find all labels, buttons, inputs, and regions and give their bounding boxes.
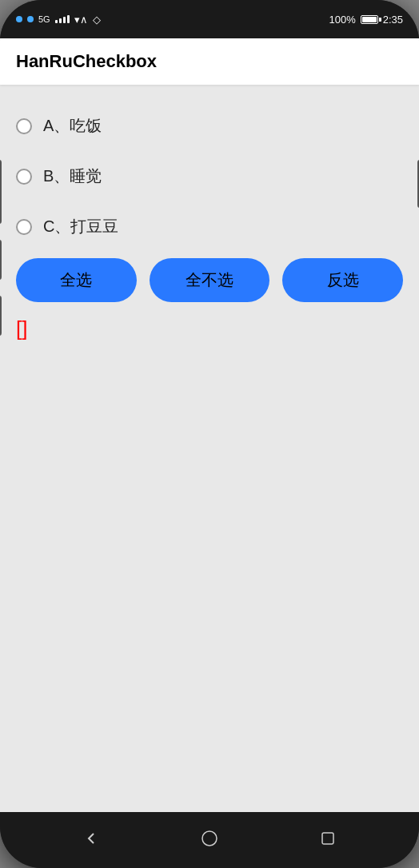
nfc-icon: ◇ [93,14,101,26]
volume-down-button[interactable] [0,240,2,280]
battery-icon [361,15,378,24]
status-left-icons: 5G ▾∧ ◇ [16,14,101,26]
notification-dot-2 [27,16,34,22]
recent-icon [318,829,337,848]
time-display: 2:35 [383,14,403,26]
home-button[interactable] [187,822,232,858]
home-icon [200,829,219,848]
signal-type-label: 5G [38,14,50,24]
buttons-row: 全选 全不选 反选 [16,258,403,302]
result-display: [ ] [16,318,403,339]
content-area: A、吃饭 B、睡觉 C、打豆豆 全选 全不选 反选 [ ] [0,85,419,812]
deselect-all-button[interactable]: 全不选 [150,258,270,302]
back-button[interactable] [69,822,114,858]
select-all-button[interactable]: 全选 [16,258,137,302]
result-open-bracket: [ [16,318,22,339]
checkbox-b-label: B、睡觉 [43,165,102,187]
checkbox-c-label: C、打豆豆 [43,216,118,237]
invert-button[interactable]: 反选 [282,258,403,302]
checkbox-item-b[interactable]: B、睡觉 [16,151,403,201]
svg-rect-1 [322,833,333,844]
volume-up-button[interactable] [0,160,2,224]
checkbox-item-a[interactable]: A、吃饭 [16,101,403,151]
app-screen: HanRuCheckbox A、吃饭 B、睡觉 C、打豆豆 全选 全不选 [0,38,419,812]
silent-button[interactable] [0,296,2,336]
wifi-icon: ▾∧ [74,14,88,26]
result-close-bracket: ] [22,318,27,339]
recent-apps-button[interactable] [305,822,350,858]
status-right-info: 100% 2:35 [329,14,403,26]
bottom-nav-bar [0,812,419,868]
status-bar: 5G ▾∧ ◇ 100% 2:35 [0,0,419,38]
checkbox-a-label: A、吃饭 [43,115,102,137]
checkbox-c[interactable] [16,219,32,235]
app-header: HanRuCheckbox [0,38,419,85]
checkbox-item-c[interactable]: C、打豆豆 [16,201,403,252]
phone-frame: 5G ▾∧ ◇ 100% 2:35 HanRuCheckbox [0,0,419,868]
app-title: HanRuCheckbox [16,51,157,71]
checkbox-b[interactable] [16,169,32,185]
battery-percentage: 100% [329,14,355,26]
checkbox-a[interactable] [16,118,32,134]
back-icon [82,829,101,848]
svg-point-0 [202,831,217,846]
notification-dot [16,16,22,22]
signal-icon [55,15,70,23]
